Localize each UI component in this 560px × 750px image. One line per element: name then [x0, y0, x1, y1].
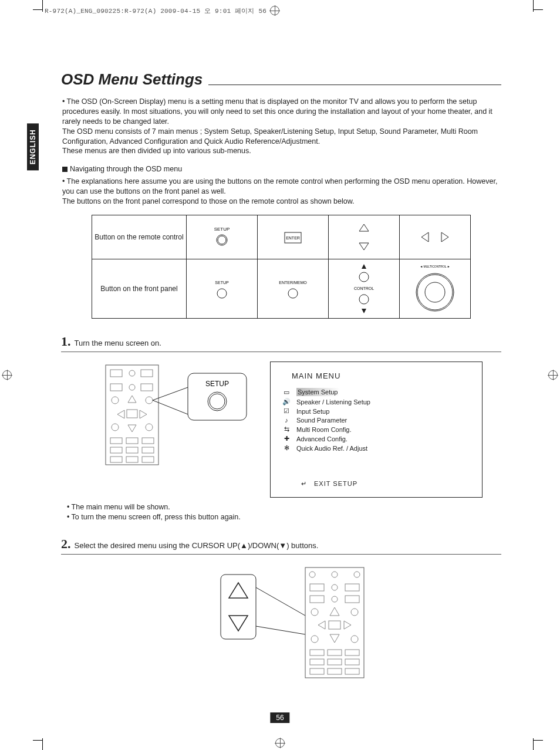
svg-marker-75 — [330, 634, 339, 643]
svg-rect-41 — [110, 447, 122, 453]
note-icon: ♪ — [282, 417, 291, 424]
osd-item-multiroom: ⇆Multi Room Config. — [282, 425, 470, 434]
nav-text: • The explanations here assume you are u… — [62, 177, 501, 207]
svg-point-2 — [218, 236, 226, 244]
osd-screen: MAIN MENU ▭System Setup 🔊Speaker / Liste… — [270, 362, 483, 498]
page-number: 56 — [270, 712, 289, 723]
svg-point-68 — [311, 609, 318, 616]
cursor-figure — [100, 564, 501, 681]
osd-item-advanced: ✚Advanced Config. — [282, 434, 470, 444]
svg-rect-78 — [328, 650, 342, 656]
svg-marker-17 — [362, 309, 366, 313]
svg-rect-67 — [345, 596, 359, 603]
svg-rect-26 — [141, 370, 153, 377]
speaker-icon: 🔊 — [282, 398, 291, 406]
registration-mark-icon — [2, 370, 12, 380]
intro-text: • The OSD (On-Screen Display) menu is a … — [62, 97, 501, 156]
svg-rect-42 — [126, 447, 138, 453]
plus-icon: ✚ — [282, 435, 291, 442]
svg-point-14 — [359, 272, 369, 282]
svg-marker-7 — [421, 232, 429, 242]
svg-rect-38 — [110, 438, 122, 444]
svg-rect-24 — [110, 384, 122, 391]
exit-icon: ↵ — [300, 480, 308, 488]
table-row-label: Button on the front panel — [92, 259, 187, 318]
table-row-label: Button on the remote control — [92, 215, 187, 259]
svg-rect-46 — [142, 457, 154, 462]
control-mapping-table: Button on the remote control SETUP ENTER… — [92, 215, 471, 319]
svg-rect-39 — [126, 438, 138, 444]
svg-marker-73 — [344, 621, 351, 629]
svg-point-10 — [217, 289, 227, 298]
gear-icon: ✻ — [282, 444, 291, 452]
osd-item-quickref: ✻Quick Audio Ref. / Adjust — [282, 444, 470, 453]
svg-rect-33 — [127, 410, 137, 418]
panel-dial-icon: ◄ MULTICONTROL ► — [400, 259, 471, 318]
remote-leftright-icon — [400, 215, 471, 259]
panel-enter-icon: ENTER/MEMO — [258, 259, 329, 318]
svg-point-20 — [417, 275, 453, 310]
nav-heading: Navigating through the OSD menu — [62, 164, 501, 174]
osd-title: MAIN MENU — [292, 371, 470, 380]
remote-enter-icon: ENTER — [258, 215, 329, 259]
svg-rect-79 — [345, 650, 359, 656]
svg-point-76 — [351, 636, 358, 643]
svg-point-35 — [112, 424, 119, 431]
svg-line-56 — [256, 587, 305, 616]
svg-rect-72 — [329, 621, 340, 629]
svg-text:SETUP: SETUP — [214, 227, 230, 232]
svg-rect-64 — [345, 584, 359, 591]
language-tab: ENGLISH — [27, 123, 39, 170]
svg-rect-85 — [345, 668, 359, 674]
svg-rect-84 — [328, 668, 342, 674]
svg-rect-22 — [106, 365, 158, 465]
remote-setup-icon: SETUP — [187, 215, 258, 259]
svg-point-29 — [112, 397, 119, 404]
svg-text:◄  MULTICONTROL  ►: ◄ MULTICONTROL ► — [420, 265, 450, 268]
svg-rect-80 — [310, 659, 324, 665]
svg-rect-40 — [142, 438, 154, 444]
svg-rect-44 — [110, 457, 122, 462]
svg-marker-30 — [128, 396, 136, 403]
osd-item-input: ☑Input Setup — [282, 407, 470, 416]
svg-text:SETUP: SETUP — [205, 380, 229, 388]
svg-rect-43 — [142, 447, 154, 453]
panel-setup-icon: SETUP — [187, 259, 258, 318]
svg-line-57 — [256, 626, 305, 634]
registration-mark-icon — [275, 738, 285, 748]
svg-point-28 — [129, 384, 135, 390]
svg-text:ENTER: ENTER — [286, 236, 300, 240]
svg-point-63 — [332, 585, 338, 590]
title-rule — [208, 85, 501, 85]
osd-item-sound: ♪Sound Parameter — [282, 416, 470, 425]
svg-point-16 — [359, 295, 369, 304]
svg-rect-23 — [110, 370, 122, 377]
step-2-heading: 2. Select the desired menu using the CUR… — [61, 536, 501, 552]
registration-mark-icon — [270, 6, 279, 15]
svg-point-37 — [146, 424, 153, 431]
remote-updown-icon — [329, 215, 400, 259]
monitor-icon: ▭ — [282, 388, 291, 396]
square-bullet-icon — [62, 167, 68, 172]
svg-rect-77 — [310, 650, 324, 656]
print-stamp: R-972(A)_ENG_090225:R-972(A) 2009-04-15 … — [45, 6, 279, 15]
svg-rect-81 — [328, 659, 342, 665]
svg-marker-34 — [140, 410, 147, 418]
svg-line-47 — [153, 387, 188, 400]
svg-point-12 — [288, 289, 298, 298]
step-1-heading: 1. Turn the menu screen on. — [61, 334, 501, 349]
remote-figure: SETUP — [100, 362, 252, 473]
svg-rect-45 — [126, 457, 138, 462]
svg-marker-8 — [441, 232, 448, 242]
svg-text:CONTROL: CONTROL — [354, 286, 374, 290]
svg-text:SETUP: SETUP — [215, 281, 229, 285]
svg-marker-36 — [128, 425, 136, 432]
osd-item-system: ▭System Setup — [282, 387, 470, 397]
svg-point-25 — [129, 370, 135, 376]
svg-line-48 — [153, 400, 188, 414]
registration-mark-icon — [548, 370, 558, 380]
osd-item-speaker: 🔊Speaker / Listening Setup — [282, 397, 470, 407]
svg-marker-71 — [318, 621, 325, 629]
svg-point-19 — [416, 273, 454, 311]
svg-point-60 — [332, 572, 338, 577]
